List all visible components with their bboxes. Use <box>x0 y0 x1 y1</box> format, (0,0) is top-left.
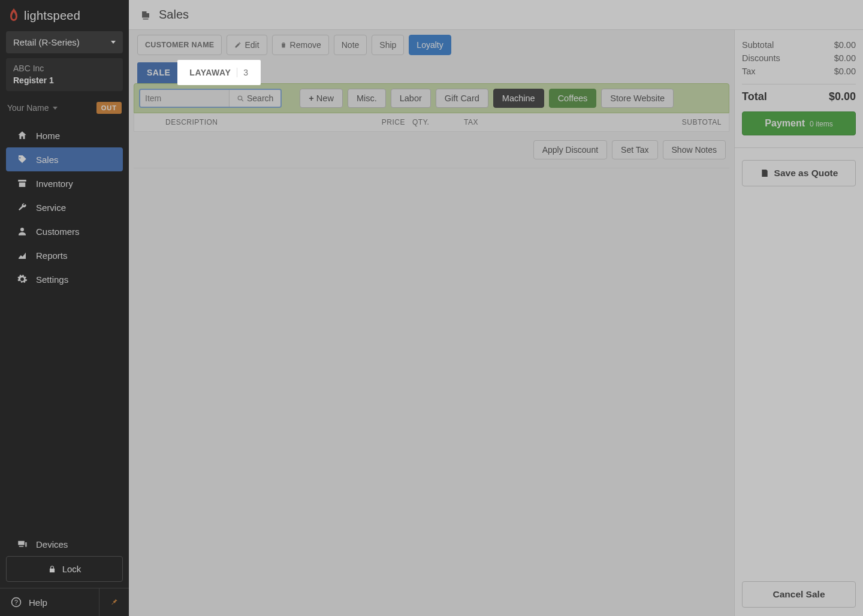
loyalty-button[interactable]: Loyalty <box>409 35 451 55</box>
nav-home[interactable]: Home <box>6 123 123 147</box>
ship-button[interactable]: Ship <box>372 35 404 55</box>
tab-sale[interactable]: SALE <box>137 62 180 83</box>
nav-customers[interactable]: Customers <box>6 219 123 243</box>
sidebar: lightspeed Retail (R-Series) ABC Inc Reg… <box>0 0 129 616</box>
store-selector[interactable]: Retail (R-Series) <box>6 31 123 53</box>
th-tax: TAX <box>441 118 501 126</box>
archive-icon <box>17 178 28 189</box>
quick-machine[interactable]: Machine <box>493 89 544 108</box>
company-name: ABC Inc <box>13 63 116 75</box>
nav-devices[interactable]: Devices <box>6 532 123 556</box>
quick-misc[interactable]: Misc. <box>348 89 386 108</box>
total-label: Total <box>742 90 767 103</box>
tab-layaway[interactable]: LAYAWAY 3 <box>180 62 259 83</box>
user-menu[interactable]: Your Name <box>7 103 58 113</box>
clock-out-badge[interactable]: OUT <box>96 102 122 114</box>
payment-label: Payment <box>765 118 805 128</box>
search-label: Search <box>247 93 273 103</box>
cancel-sale-button[interactable]: Cancel Sale <box>742 581 856 608</box>
main-nav: Home Sales Inventory Service Customers R… <box>0 123 129 291</box>
tag-icon <box>17 154 28 165</box>
pin-icon <box>110 597 119 608</box>
help-button[interactable]: ? Help <box>0 588 99 616</box>
payment-items: 0 items <box>810 120 833 128</box>
main: Sales CUSTOMER NAME Edit Remove Note Shi… <box>129 0 863 616</box>
user-name-label: Your Name <box>7 103 49 113</box>
remove-button[interactable]: Remove <box>272 35 329 55</box>
row-actions: Apply Discount Set Tax Show Notes <box>134 132 729 168</box>
discounts-value: $0.00 <box>834 53 856 63</box>
store-selector-label: Retail (R-Series) <box>13 37 80 47</box>
show-notes-button[interactable]: Show Notes <box>663 140 726 159</box>
nav-label: Reports <box>36 250 68 261</box>
help-label: Help <box>29 597 47 608</box>
home-icon <box>17 130 28 141</box>
quick-website[interactable]: Store Website <box>601 89 674 108</box>
svg-point-3 <box>238 96 242 100</box>
customer-bar: CUSTOMER NAME Edit Remove Note Ship Loya… <box>134 35 729 55</box>
sale-tabs: SALE LAYAWAY 3 <box>134 62 729 83</box>
tax-label: Tax <box>742 67 756 76</box>
lock-button[interactable]: Lock <box>6 556 123 582</box>
search-icon <box>237 95 245 102</box>
user-icon <box>17 226 28 237</box>
new-button[interactable]: + New <box>300 89 343 108</box>
logo: lightspeed <box>0 0 129 29</box>
nav-label: Sales <box>36 155 59 165</box>
quick-labor[interactable]: Labor <box>391 89 431 108</box>
discounts-label: Discounts <box>742 53 780 63</box>
th-price: PRICE <box>357 118 405 126</box>
svg-point-0 <box>20 228 24 231</box>
payment-button[interactable]: Payment 0 items <box>742 111 856 135</box>
page-title: Sales <box>159 8 189 22</box>
tab-layaway-count: 3 <box>237 68 249 78</box>
item-input[interactable] <box>140 90 229 107</box>
flame-icon <box>7 8 20 23</box>
set-tax-button[interactable]: Set Tax <box>612 140 657 159</box>
new-label: New <box>316 93 334 103</box>
quick-gift[interactable]: Gift Card <box>436 89 488 108</box>
total-value: $0.00 <box>829 90 856 103</box>
nav-settings[interactable]: Settings <box>6 267 123 291</box>
th-description: DESCRIPTION <box>141 118 357 126</box>
summary-subtotal: Subtotal $0.00 <box>742 38 856 52</box>
subtotal-value: $0.00 <box>834 40 856 50</box>
summary-tax: Tax $0.00 <box>742 65 856 78</box>
nav-label: Home <box>36 131 60 141</box>
note-button[interactable]: Note <box>334 35 367 55</box>
search-button[interactable]: Search <box>229 90 280 107</box>
nav-sales[interactable]: Sales <box>6 147 123 171</box>
th-subtotal: SUBTOTAL <box>662 118 722 126</box>
apply-discount-button[interactable]: Apply Discount <box>533 140 607 159</box>
edit-button[interactable]: Edit <box>227 35 267 55</box>
chevron-down-icon <box>53 107 58 110</box>
register-name: Register 1 <box>13 75 116 87</box>
brand-text: lightspeed <box>24 9 80 23</box>
divider <box>735 147 863 148</box>
summary-panel: Subtotal $0.00 Discounts $0.00 Tax $0.00… <box>734 30 863 616</box>
center-panel: CUSTOMER NAME Edit Remove Note Ship Loya… <box>129 30 734 616</box>
nav-label: Settings <box>36 274 68 285</box>
register-info[interactable]: ABC Inc Register 1 <box>6 58 123 91</box>
table-header: DESCRIPTION PRICE QTY. TAX SUBTOTAL <box>134 113 729 132</box>
chart-icon <box>17 250 28 261</box>
nav-service[interactable]: Service <box>6 195 123 219</box>
nav-reports[interactable]: Reports <box>6 243 123 267</box>
summary-discounts: Discounts $0.00 <box>742 52 856 65</box>
item-search-group: Search <box>139 89 282 108</box>
help-icon: ? <box>11 597 22 608</box>
nav-label: Inventory <box>36 179 73 189</box>
pin-button[interactable] <box>99 588 129 616</box>
nav-inventory[interactable]: Inventory <box>6 171 123 195</box>
wrench-icon <box>17 202 28 213</box>
customer-name-button[interactable]: CUSTOMER NAME <box>137 35 222 55</box>
save-quote-button[interactable]: Save as Quote <box>742 160 856 186</box>
tax-value: $0.00 <box>834 67 856 76</box>
th-qty: QTY. <box>405 118 441 126</box>
save-quote-label: Save as Quote <box>774 168 838 179</box>
quick-coffees[interactable]: Coffees <box>549 89 597 108</box>
devices-icon <box>17 539 28 549</box>
nav-label: Service <box>36 203 66 213</box>
remove-label: Remove <box>290 40 321 50</box>
trash-icon <box>280 41 287 49</box>
